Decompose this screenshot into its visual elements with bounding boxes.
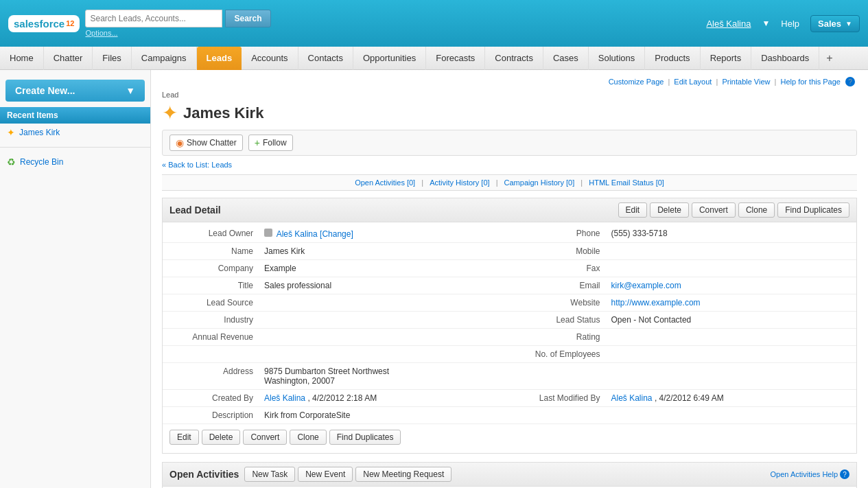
table-row: Description Kirk from CorporateSite bbox=[163, 407, 856, 424]
nav-campaigns[interactable]: Campaigns bbox=[132, 47, 197, 70]
rating-value bbox=[606, 329, 857, 346]
nav-home[interactable]: Home bbox=[0, 47, 44, 70]
lead-source-value bbox=[259, 294, 510, 312]
name-label: Name bbox=[163, 243, 259, 260]
phone-label: Phone bbox=[510, 225, 606, 243]
back-to-list-link[interactable]: « Back to List: Leads bbox=[162, 161, 232, 169]
search-area: Search Options... bbox=[85, 10, 270, 37]
website-link[interactable]: http://www.example.com bbox=[611, 298, 701, 307]
sidebar-recent-james-kirk[interactable]: ✦ James Kirk bbox=[0, 124, 150, 141]
help-circle-icon[interactable]: ? bbox=[845, 77, 855, 86]
lead-owner-change-link[interactable]: [Change] bbox=[320, 229, 353, 239]
search-button[interactable]: Search bbox=[225, 10, 270, 27]
email-link[interactable]: kirk@example.com bbox=[611, 281, 681, 290]
convert-button-top[interactable]: Convert bbox=[692, 202, 736, 218]
nav-cases[interactable]: Cases bbox=[543, 47, 589, 70]
annual-revenue-value bbox=[259, 329, 510, 346]
created-by-link[interactable]: Aleš Kalina bbox=[264, 393, 305, 403]
nav-contracts[interactable]: Contracts bbox=[485, 47, 543, 70]
new-meeting-request-button[interactable]: New Meeting Request bbox=[355, 467, 451, 482]
clone-button-bottom[interactable]: Clone bbox=[290, 430, 326, 445]
address-value: 9875 Dumbarton Street NorthwestWashingto… bbox=[259, 363, 856, 390]
campaign-history-subnav[interactable]: Campaign History [0] bbox=[504, 178, 575, 187]
table-row: Created By Aleš Kalina , 4/2/2012 2:18 A… bbox=[163, 390, 856, 407]
description-label: Description bbox=[163, 407, 259, 424]
activity-history-subnav[interactable]: Activity History [0] bbox=[430, 178, 489, 187]
user-area: Aleš Kalina ▼ Help Sales ▼ bbox=[706, 15, 860, 32]
nav-accounts[interactable]: Accounts bbox=[242, 47, 298, 70]
open-activities-help-link[interactable]: Open Activities Help bbox=[771, 470, 838, 478]
email-label: Email bbox=[510, 277, 606, 294]
main-content: Customize Page | Edit Layout | Printable… bbox=[151, 70, 868, 488]
page-body: Create New... ▼ Recent Items ✦ James Kir… bbox=[0, 70, 868, 488]
app-selector[interactable]: Sales ▼ bbox=[810, 15, 860, 32]
options-link[interactable]: Options... bbox=[85, 29, 117, 37]
help-link[interactable]: Help bbox=[781, 19, 799, 29]
delete-button-top[interactable]: Delete bbox=[650, 202, 689, 218]
fax-label: Fax bbox=[510, 260, 606, 277]
nav-plus[interactable]: + bbox=[819, 47, 839, 70]
created-by-value: Aleš Kalina , 4/2/2012 2:18 AM bbox=[259, 390, 510, 407]
new-task-button[interactable]: New Task bbox=[244, 467, 295, 482]
lead-detail-section: Lead Detail Edit Delete Convert Clone Fi… bbox=[162, 198, 857, 454]
table-row: Annual Revenue Rating bbox=[163, 329, 856, 346]
edit-button-bottom[interactable]: Edit bbox=[169, 430, 199, 445]
follow-button[interactable]: + Follow bbox=[248, 135, 293, 151]
nav-solutions[interactable]: Solutions bbox=[589, 47, 645, 70]
recent-item-james-kirk[interactable]: James Kirk bbox=[19, 128, 60, 137]
find-duplicates-button-top[interactable]: Find Duplicates bbox=[777, 202, 849, 218]
nav-contacts[interactable]: Contacts bbox=[298, 47, 353, 70]
rating-label: Rating bbox=[510, 329, 606, 346]
open-activities-subnav[interactable]: Open Activities [0] bbox=[355, 178, 415, 187]
html-email-status-subnav[interactable]: HTML Email Status [0] bbox=[589, 178, 664, 187]
table-row: Address 9875 Dumbarton Street NorthwestW… bbox=[163, 363, 856, 390]
company-value: Example bbox=[259, 260, 510, 277]
help-for-page-link[interactable]: Help for this Page bbox=[781, 78, 841, 86]
open-activities-buttons: New Task New Event New Meeting Request bbox=[244, 467, 451, 482]
find-duplicates-button-bottom[interactable]: Find Duplicates bbox=[329, 430, 401, 445]
open-activities-help-icon[interactable]: ? bbox=[840, 469, 849, 479]
action-bar: ◉ Show Chatter + Follow bbox=[162, 130, 857, 156]
last-modified-link[interactable]: Aleš Kalina bbox=[611, 393, 653, 403]
clone-button-top[interactable]: Clone bbox=[738, 202, 775, 218]
chatter-icon: ◉ bbox=[176, 137, 184, 148]
edit-layout-link[interactable]: Edit Layout bbox=[674, 78, 712, 86]
header: salesforce 12 Search Options... Aleš Kal… bbox=[0, 0, 868, 47]
table-row: No. of Employees bbox=[163, 346, 856, 363]
nav-chatter[interactable]: Chatter bbox=[44, 47, 93, 70]
show-chatter-button[interactable]: ◉ Show Chatter bbox=[169, 135, 243, 151]
nav-dashboards[interactable]: Dashboards bbox=[751, 47, 819, 70]
printable-view-link[interactable]: Printable View bbox=[722, 78, 770, 86]
nav-files[interactable]: Files bbox=[93, 47, 131, 70]
create-new-button[interactable]: Create New... ▼ bbox=[5, 80, 145, 102]
search-input[interactable] bbox=[85, 10, 222, 27]
open-activities-header-left: Open Activities New Task New Event New M… bbox=[169, 467, 451, 482]
customize-page-link[interactable]: Customize Page bbox=[609, 78, 664, 86]
nav-reports[interactable]: Reports bbox=[701, 47, 752, 70]
mobile-value bbox=[606, 243, 857, 260]
nav-leads[interactable]: Leads bbox=[197, 47, 242, 70]
user-dropdown-arrow[interactable]: ▼ bbox=[762, 19, 770, 28]
logo-year: 12 bbox=[66, 19, 74, 27]
user-name[interactable]: Aleš Kalina bbox=[706, 19, 751, 29]
convert-button-bottom[interactable]: Convert bbox=[243, 430, 287, 445]
recycle-bin-link[interactable]: ♻ Recycle Bin bbox=[0, 153, 150, 171]
website-value: http://www.example.com bbox=[606, 294, 857, 312]
title-label: Title bbox=[163, 277, 259, 294]
create-new-dropdown-arrow: ▼ bbox=[126, 85, 135, 96]
nav-products[interactable]: Products bbox=[645, 47, 700, 70]
new-event-button[interactable]: New Event bbox=[298, 467, 353, 482]
lead-detail-table: Lead Owner Aleš Kalina [Change] Phone (5… bbox=[163, 225, 856, 424]
nav-opportunities[interactable]: Opportunities bbox=[353, 47, 426, 70]
lead-detail-bottom-buttons: Edit Delete Convert Clone Find Duplicate… bbox=[163, 424, 856, 450]
edit-button-top[interactable]: Edit bbox=[618, 202, 648, 218]
lead-owner-link[interactable]: Aleš Kalina bbox=[277, 229, 318, 239]
title-value: Sales professional bbox=[259, 277, 510, 294]
nav-forecasts[interactable]: Forecasts bbox=[426, 47, 485, 70]
lead-owner-value: Aleš Kalina [Change] bbox=[259, 225, 510, 243]
app-dropdown-arrow: ▼ bbox=[845, 20, 852, 27]
last-modified-date: , 4/2/2012 6:49 AM bbox=[655, 393, 724, 403]
delete-button-bottom[interactable]: Delete bbox=[202, 430, 241, 445]
breadcrumb: Lead bbox=[162, 91, 857, 99]
last-modified-value: Aleš Kalina , 4/2/2012 6:49 AM bbox=[606, 390, 857, 407]
